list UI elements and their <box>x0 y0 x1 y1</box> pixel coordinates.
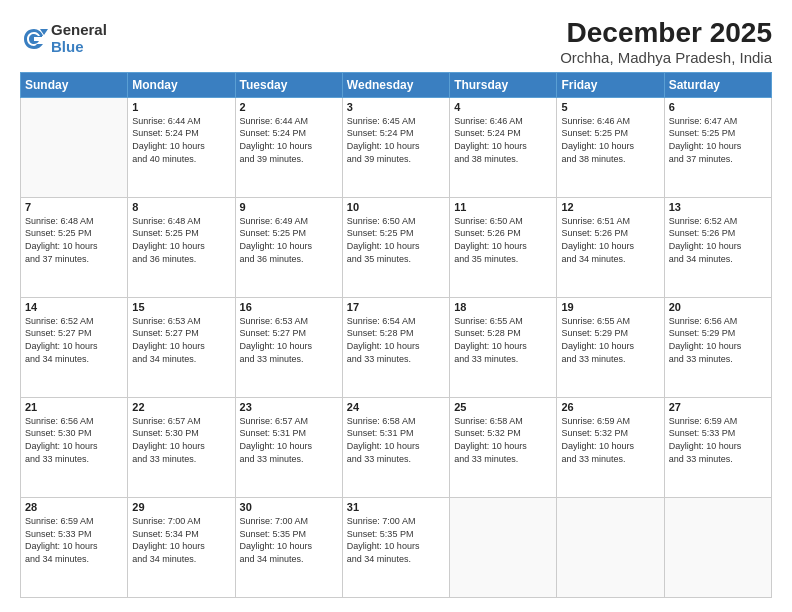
cell-3-6: 27Sunrise: 6:59 AM Sunset: 5:33 PM Dayli… <box>664 397 771 497</box>
week-row-4: 28Sunrise: 6:59 AM Sunset: 5:33 PM Dayli… <box>21 497 772 597</box>
col-wednesday: Wednesday <box>342 72 449 97</box>
calendar-table: Sunday Monday Tuesday Wednesday Thursday… <box>20 72 772 598</box>
cell-0-6: 6Sunrise: 6:47 AM Sunset: 5:25 PM Daylig… <box>664 97 771 197</box>
title-section: December 2025 Orchha, Madhya Pradesh, In… <box>560 18 772 66</box>
day-info: Sunrise: 7:00 AM Sunset: 5:35 PM Dayligh… <box>347 515 445 565</box>
month-title: December 2025 <box>560 18 772 49</box>
day-number: 1 <box>132 101 230 113</box>
cell-3-5: 26Sunrise: 6:59 AM Sunset: 5:32 PM Dayli… <box>557 397 664 497</box>
day-number: 28 <box>25 501 123 513</box>
day-info: Sunrise: 6:44 AM Sunset: 5:24 PM Dayligh… <box>132 115 230 165</box>
col-friday: Friday <box>557 72 664 97</box>
cell-3-3: 24Sunrise: 6:58 AM Sunset: 5:31 PM Dayli… <box>342 397 449 497</box>
day-info: Sunrise: 6:46 AM Sunset: 5:25 PM Dayligh… <box>561 115 659 165</box>
day-number: 4 <box>454 101 552 113</box>
logo-blue-text: Blue <box>51 39 107 56</box>
cell-0-2: 2Sunrise: 6:44 AM Sunset: 5:24 PM Daylig… <box>235 97 342 197</box>
day-info: Sunrise: 6:50 AM Sunset: 5:26 PM Dayligh… <box>454 215 552 265</box>
day-number: 17 <box>347 301 445 313</box>
location-title: Orchha, Madhya Pradesh, India <box>560 49 772 66</box>
day-number: 20 <box>669 301 767 313</box>
day-number: 11 <box>454 201 552 213</box>
day-info: Sunrise: 6:59 AM Sunset: 5:33 PM Dayligh… <box>25 515 123 565</box>
day-info: Sunrise: 6:48 AM Sunset: 5:25 PM Dayligh… <box>132 215 230 265</box>
col-monday: Monday <box>128 72 235 97</box>
day-info: Sunrise: 6:47 AM Sunset: 5:25 PM Dayligh… <box>669 115 767 165</box>
cell-0-3: 3Sunrise: 6:45 AM Sunset: 5:24 PM Daylig… <box>342 97 449 197</box>
cell-1-3: 10Sunrise: 6:50 AM Sunset: 5:25 PM Dayli… <box>342 197 449 297</box>
logo-icon <box>20 25 48 53</box>
day-number: 14 <box>25 301 123 313</box>
col-tuesday: Tuesday <box>235 72 342 97</box>
cell-3-0: 21Sunrise: 6:56 AM Sunset: 5:30 PM Dayli… <box>21 397 128 497</box>
day-info: Sunrise: 6:55 AM Sunset: 5:29 PM Dayligh… <box>561 315 659 365</box>
day-number: 19 <box>561 301 659 313</box>
cell-2-6: 20Sunrise: 6:56 AM Sunset: 5:29 PM Dayli… <box>664 297 771 397</box>
cell-1-6: 13Sunrise: 6:52 AM Sunset: 5:26 PM Dayli… <box>664 197 771 297</box>
cell-4-4 <box>450 497 557 597</box>
col-saturday: Saturday <box>664 72 771 97</box>
cell-3-2: 23Sunrise: 6:57 AM Sunset: 5:31 PM Dayli… <box>235 397 342 497</box>
day-info: Sunrise: 6:58 AM Sunset: 5:31 PM Dayligh… <box>347 415 445 465</box>
day-number: 21 <box>25 401 123 413</box>
week-row-2: 14Sunrise: 6:52 AM Sunset: 5:27 PM Dayli… <box>21 297 772 397</box>
day-info: Sunrise: 6:59 AM Sunset: 5:33 PM Dayligh… <box>669 415 767 465</box>
day-number: 23 <box>240 401 338 413</box>
day-number: 6 <box>669 101 767 113</box>
day-number: 22 <box>132 401 230 413</box>
cell-2-1: 15Sunrise: 6:53 AM Sunset: 5:27 PM Dayli… <box>128 297 235 397</box>
day-number: 25 <box>454 401 552 413</box>
day-number: 5 <box>561 101 659 113</box>
cell-1-2: 9Sunrise: 6:49 AM Sunset: 5:25 PM Daylig… <box>235 197 342 297</box>
day-number: 27 <box>669 401 767 413</box>
day-number: 3 <box>347 101 445 113</box>
cell-2-5: 19Sunrise: 6:55 AM Sunset: 5:29 PM Dayli… <box>557 297 664 397</box>
day-info: Sunrise: 6:44 AM Sunset: 5:24 PM Dayligh… <box>240 115 338 165</box>
cell-1-4: 11Sunrise: 6:50 AM Sunset: 5:26 PM Dayli… <box>450 197 557 297</box>
cell-2-2: 16Sunrise: 6:53 AM Sunset: 5:27 PM Dayli… <box>235 297 342 397</box>
day-number: 12 <box>561 201 659 213</box>
cell-4-0: 28Sunrise: 6:59 AM Sunset: 5:33 PM Dayli… <box>21 497 128 597</box>
day-info: Sunrise: 6:59 AM Sunset: 5:32 PM Dayligh… <box>561 415 659 465</box>
week-row-1: 7Sunrise: 6:48 AM Sunset: 5:25 PM Daylig… <box>21 197 772 297</box>
day-info: Sunrise: 6:56 AM Sunset: 5:29 PM Dayligh… <box>669 315 767 365</box>
cell-3-1: 22Sunrise: 6:57 AM Sunset: 5:30 PM Dayli… <box>128 397 235 497</box>
logo-general-text: General <box>51 22 107 39</box>
day-number: 29 <box>132 501 230 513</box>
day-number: 15 <box>132 301 230 313</box>
day-info: Sunrise: 6:51 AM Sunset: 5:26 PM Dayligh… <box>561 215 659 265</box>
day-number: 9 <box>240 201 338 213</box>
cell-4-5 <box>557 497 664 597</box>
cell-0-5: 5Sunrise: 6:46 AM Sunset: 5:25 PM Daylig… <box>557 97 664 197</box>
day-number: 7 <box>25 201 123 213</box>
cell-1-5: 12Sunrise: 6:51 AM Sunset: 5:26 PM Dayli… <box>557 197 664 297</box>
day-info: Sunrise: 6:53 AM Sunset: 5:27 PM Dayligh… <box>240 315 338 365</box>
day-number: 2 <box>240 101 338 113</box>
day-info: Sunrise: 6:45 AM Sunset: 5:24 PM Dayligh… <box>347 115 445 165</box>
day-number: 30 <box>240 501 338 513</box>
day-info: Sunrise: 6:56 AM Sunset: 5:30 PM Dayligh… <box>25 415 123 465</box>
cell-0-1: 1Sunrise: 6:44 AM Sunset: 5:24 PM Daylig… <box>128 97 235 197</box>
day-number: 18 <box>454 301 552 313</box>
day-number: 16 <box>240 301 338 313</box>
cell-3-4: 25Sunrise: 6:58 AM Sunset: 5:32 PM Dayli… <box>450 397 557 497</box>
day-number: 8 <box>132 201 230 213</box>
logo: General Blue <box>20 22 107 55</box>
day-number: 26 <box>561 401 659 413</box>
cell-4-1: 29Sunrise: 7:00 AM Sunset: 5:34 PM Dayli… <box>128 497 235 597</box>
day-number: 24 <box>347 401 445 413</box>
cell-4-3: 31Sunrise: 7:00 AM Sunset: 5:35 PM Dayli… <box>342 497 449 597</box>
week-row-3: 21Sunrise: 6:56 AM Sunset: 5:30 PM Dayli… <box>21 397 772 497</box>
day-number: 31 <box>347 501 445 513</box>
page: General Blue December 2025 Orchha, Madhy… <box>0 0 792 612</box>
day-info: Sunrise: 6:52 AM Sunset: 5:26 PM Dayligh… <box>669 215 767 265</box>
col-sunday: Sunday <box>21 72 128 97</box>
day-info: Sunrise: 6:50 AM Sunset: 5:25 PM Dayligh… <box>347 215 445 265</box>
cell-0-0 <box>21 97 128 197</box>
day-info: Sunrise: 6:49 AM Sunset: 5:25 PM Dayligh… <box>240 215 338 265</box>
day-number: 13 <box>669 201 767 213</box>
cell-1-1: 8Sunrise: 6:48 AM Sunset: 5:25 PM Daylig… <box>128 197 235 297</box>
cell-4-6 <box>664 497 771 597</box>
day-info: Sunrise: 6:55 AM Sunset: 5:28 PM Dayligh… <box>454 315 552 365</box>
header: General Blue December 2025 Orchha, Madhy… <box>20 18 772 66</box>
